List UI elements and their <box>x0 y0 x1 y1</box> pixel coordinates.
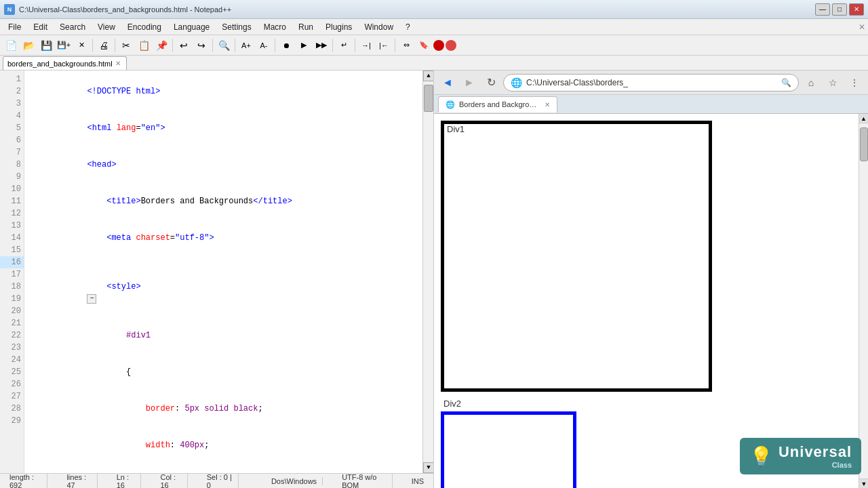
menu-settings[interactable]: Settings <box>216 21 256 33</box>
watermark-sub: Class <box>778 461 852 469</box>
code-line-3: <head> <box>28 146 418 183</box>
code-content[interactable]: <!DOCTYPE html> <html lang="en"> <head> … <box>24 70 422 473</box>
lines-status: lines : 47 <box>61 473 97 489</box>
preview-div2 <box>441 411 576 488</box>
browser-tab-label: Borders and Backgrounds <box>459 100 540 108</box>
toolbar-separator-2 <box>115 39 115 52</box>
sync-button[interactable]: ⇔ <box>398 37 414 54</box>
line-num-25: 25 <box>0 366 24 378</box>
line-num-12: 12 <box>0 207 24 220</box>
maximize-button[interactable]: □ <box>832 3 847 16</box>
stop-button[interactable] <box>433 40 444 51</box>
document-tab[interactable]: borders_and_backgrounds.html ✕ <box>3 56 127 70</box>
menu-encoding[interactable]: Encoding <box>122 21 167 33</box>
line-num-9: 9 <box>0 171 24 183</box>
line-num-28: 28 <box>0 403 24 415</box>
redo-button[interactable]: ↪ <box>193 37 210 54</box>
menu-help[interactable]: ? <box>400 21 416 33</box>
line-num-15: 15 <box>0 244 24 256</box>
copy-button[interactable]: 📋 <box>136 37 152 54</box>
menu-plugins[interactable]: Plugins <box>320 21 357 33</box>
line-status: Ln : 16 <box>111 473 142 489</box>
code-line-1: <!DOCTYPE html> <box>28 73 418 110</box>
menu-view[interactable]: View <box>92 21 121 33</box>
save-all-button[interactable]: 💾+ <box>56 37 72 54</box>
address-text: C:\Universal-Class\borders_ <box>526 78 777 87</box>
toolbar-separator-7 <box>332 39 333 52</box>
div1-container: Div1 <box>441 121 861 392</box>
status-bar: length : 692 lines : 47 Ln : 16 Col : 16… <box>0 473 433 488</box>
line-num-6: 6 <box>0 134 24 146</box>
toolbar-separator-4 <box>212 39 213 52</box>
menu-search[interactable]: Search <box>54 21 91 33</box>
watermark: 💡 Universal Class <box>740 438 861 474</box>
watermark-title: Universal <box>778 443 852 461</box>
browser-star-button[interactable]: ☆ <box>823 73 842 92</box>
macro-rec-button[interactable]: ⏺ <box>278 37 294 54</box>
menu-file[interactable]: File <box>3 21 26 33</box>
browser-scroll-down[interactable]: ▼ <box>859 479 868 488</box>
fold-icon-7[interactable]: − <box>87 294 96 304</box>
browser-forward-button[interactable]: ► <box>460 73 479 92</box>
line-num-4: 4 <box>0 110 24 122</box>
menu-edit[interactable]: Edit <box>28 21 53 33</box>
scroll-down-button[interactable]: ▼ <box>423 462 433 473</box>
toolbar: 📄 📂 💾 💾+ ✕ 🖨 ✂ 📋 📌 ↩ ↪ 🔍 A+ A- ⏺ ▶ ▶▶ ↵ … <box>0 35 868 56</box>
line-num-10: 10 <box>0 183 24 195</box>
find-button[interactable]: 🔍 <box>216 37 232 54</box>
browser-address-bar[interactable]: 🌐 C:\Universal-Class\borders_ 🔍 <box>503 74 799 92</box>
menu-language[interactable]: Language <box>168 21 215 33</box>
browser-refresh-button[interactable]: ↻ <box>481 73 500 92</box>
minimize-button[interactable]: — <box>815 3 830 16</box>
line-num-20: 20 <box>0 305 24 317</box>
zoom-in-button[interactable]: A+ <box>238 37 254 54</box>
vertical-scrollbar[interactable]: ▲ ▼ <box>422 70 433 473</box>
undo-button[interactable]: ↩ <box>176 37 192 54</box>
line-num-1: 1 <box>0 73 24 85</box>
tab-close-button[interactable]: ✕ <box>115 60 121 67</box>
line-num-11: 11 <box>0 195 24 207</box>
run-button[interactable]: ▶▶ <box>313 37 330 54</box>
browser-menu-button[interactable]: ⋮ <box>845 73 864 92</box>
line-num-24: 24 <box>0 354 24 366</box>
line-num-5: 5 <box>0 122 24 134</box>
outdent-button[interactable]: |← <box>376 37 392 54</box>
browser-tab-close[interactable]: ✕ <box>545 101 550 108</box>
browser-scrollbar[interactable]: ▲ ▼ <box>859 114 868 488</box>
menu-run[interactable]: Run <box>293 21 319 33</box>
browser-home-button[interactable]: ⌂ <box>802 73 821 92</box>
close-doc-button[interactable]: ✕ <box>73 37 90 54</box>
macro-play-button[interactable]: ▶ <box>296 37 312 54</box>
browser-page: Div1 Div2 <box>434 114 868 488</box>
scroll-up-button[interactable]: ▲ <box>423 70 433 81</box>
paste-button[interactable]: 📌 <box>153 37 170 54</box>
scroll-track[interactable] <box>423 81 433 462</box>
cut-button[interactable]: ✂ <box>118 37 134 54</box>
browser-scroll-thumb[interactable] <box>860 127 868 161</box>
window-controls: — □ ✕ <box>815 3 864 16</box>
open-button[interactable]: 📂 <box>20 37 37 54</box>
scroll-thumb[interactable] <box>424 85 433 112</box>
bookmark-button[interactable]: 🔖 <box>416 37 432 54</box>
code-line-2: <html lang="en"> <box>28 110 418 146</box>
close-button[interactable]: ✕ <box>849 3 864 16</box>
browser-favicon: 🌐 <box>511 77 522 88</box>
indent-button[interactable]: →| <box>358 37 374 54</box>
browser-tab[interactable]: 🌐 Borders and Backgrounds ✕ <box>438 96 557 113</box>
sel-status: Sel : 0 | 0 <box>201 473 239 489</box>
browser-back-button[interactable]: ◄ <box>438 73 457 92</box>
close-x[interactable]: ✕ <box>859 22 865 32</box>
menu-window[interactable]: Window <box>359 21 399 33</box>
zoom-out-button[interactable]: A- <box>256 37 272 54</box>
print-button[interactable]: 🖨 <box>96 37 112 54</box>
line-num-13: 13 <box>0 220 24 232</box>
new-button[interactable]: 📄 <box>3 37 19 54</box>
save-button[interactable]: 💾 <box>38 37 54 54</box>
div2-label: Div2 <box>441 397 861 410</box>
search-icon: 🔍 <box>781 78 791 87</box>
code-editor[interactable]: 1 2 3 4 5 6 7 8 9 10 11 12 13 14 15 16 1 <box>0 70 433 473</box>
wrap-button[interactable]: ↵ <box>336 37 352 54</box>
browser-scroll-up[interactable]: ▲ <box>859 114 868 123</box>
record-button[interactable] <box>446 40 456 51</box>
menu-macro[interactable]: Macro <box>258 21 292 33</box>
